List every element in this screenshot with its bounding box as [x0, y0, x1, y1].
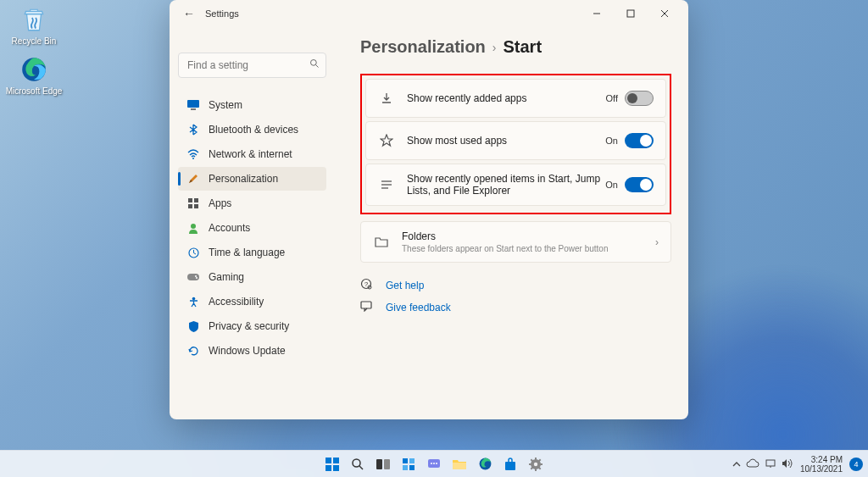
svg-rect-10: [188, 198, 192, 202]
svg-rect-2: [627, 10, 634, 17]
breadcrumb-current: Start: [503, 37, 542, 57]
svg-point-5: [311, 60, 317, 66]
svg-line-34: [359, 466, 363, 469]
svg-rect-38: [409, 458, 415, 463]
start-button[interactable]: [321, 453, 343, 475]
svg-point-49: [534, 462, 537, 465]
maximize-button[interactable]: [614, 2, 648, 25]
person-icon: [186, 221, 200, 235]
settings-window: ← Settings System Bluetooth & devices Ne…: [170, 0, 688, 419]
svg-rect-8: [191, 108, 196, 110]
desktop-icon-edge[interactable]: Microsoft Edge: [4, 54, 64, 96]
clock-date: 10/13/2021: [800, 464, 843, 474]
close-button[interactable]: [648, 2, 682, 25]
shield-icon: [186, 319, 200, 333]
titlebar: ← Settings: [170, 0, 688, 27]
annotation-highlight: Show recently added apps Off Show most u…: [360, 74, 671, 214]
wifi-icon: [186, 147, 200, 161]
breadcrumb-parent[interactable]: Personalization: [360, 37, 486, 57]
sidebar-item-bluetooth[interactable]: Bluetooth & devices: [178, 118, 326, 141]
setting-row-folders[interactable]: Folders These folders appear on Start ne…: [360, 221, 671, 263]
give-feedback-link[interactable]: Give feedback: [360, 301, 671, 314]
svg-line-6: [316, 65, 319, 68]
svg-line-17: [193, 252, 196, 254]
sidebar-item-label: Windows Update: [209, 345, 286, 357]
toggle-recently-opened[interactable]: [625, 177, 654, 192]
sidebar-item-privacy[interactable]: Privacy & security: [178, 314, 326, 338]
search-input[interactable]: [178, 53, 326, 78]
get-help-link[interactable]: ? Get help: [360, 278, 671, 292]
taskbar-store[interactable]: [499, 453, 521, 475]
clock-globe-icon: [186, 246, 200, 259]
svg-rect-29: [326, 458, 331, 463]
desktop-icon-label: Microsoft Edge: [4, 86, 64, 96]
taskbar-search[interactable]: [347, 453, 369, 475]
taskbar-explorer[interactable]: [448, 453, 470, 475]
sidebar-item-apps[interactable]: Apps: [178, 191, 326, 215]
svg-rect-28: [361, 302, 371, 308]
svg-rect-12: [188, 204, 192, 208]
svg-rect-31: [326, 465, 331, 471]
sidebar-item-time[interactable]: Time & language: [178, 241, 326, 264]
svg-point-43: [433, 463, 435, 464]
svg-point-14: [191, 224, 196, 229]
svg-point-20: [196, 277, 198, 279]
star-icon: [378, 134, 395, 147]
svg-rect-13: [194, 204, 198, 208]
main-content: Personalization › Start Show recently ad…: [335, 27, 688, 419]
sidebar-item-network[interactable]: Network & internet: [178, 142, 326, 166]
notification-badge[interactable]: 4: [849, 458, 863, 471]
tray-volume-icon[interactable]: [782, 458, 793, 470]
list-icon: [378, 178, 395, 191]
tray-onedrive-icon[interactable]: [746, 458, 760, 469]
svg-rect-45: [453, 463, 466, 469]
breadcrumb: Personalization › Start: [360, 37, 671, 57]
chevron-right-icon: ›: [492, 41, 497, 54]
recycle-bin-icon: [19, 4, 49, 35]
svg-rect-7: [187, 100, 199, 108]
svg-point-44: [436, 463, 437, 464]
setting-label: Show most used apps: [407, 135, 605, 147]
sidebar-item-accounts[interactable]: Accounts: [178, 216, 326, 240]
sidebar-item-label: Gaming: [209, 271, 244, 283]
taskbar-clock[interactable]: 3:24 PM 10/13/2021: [800, 455, 843, 474]
link-label: Give feedback: [386, 302, 451, 313]
sidebar-item-update[interactable]: Windows Update: [178, 339, 326, 363]
link-label: Get help: [386, 280, 424, 291]
bluetooth-icon: [186, 123, 200, 136]
taskbar-widgets[interactable]: [398, 453, 420, 475]
svg-rect-36: [384, 459, 390, 469]
taskbar-settings[interactable]: [525, 453, 547, 475]
setting-row-most-used[interactable]: Show most used apps On: [365, 121, 666, 160]
sidebar-item-personalization[interactable]: Personalization: [178, 167, 326, 191]
help-icon: ?: [360, 278, 377, 292]
sidebar-item-label: Time & language: [209, 247, 285, 258]
sidebar-item-label: Privacy & security: [209, 320, 289, 332]
setting-row-recently-opened[interactable]: Show recently opened items in Start, Jum…: [365, 164, 666, 206]
taskbar-taskview[interactable]: [372, 453, 394, 475]
desktop-icon-recycle-bin[interactable]: Recycle Bin: [4, 4, 64, 46]
toggle-recently-added[interactable]: [625, 91, 654, 106]
svg-rect-30: [333, 458, 339, 463]
download-icon: [378, 92, 395, 105]
search-icon: [309, 58, 320, 71]
sidebar-item-label: Network & internet: [209, 148, 292, 160]
apps-icon: [186, 197, 200, 210]
back-button[interactable]: ←: [176, 1, 202, 26]
taskbar-edge[interactable]: [474, 453, 496, 475]
taskbar-chat[interactable]: [423, 453, 445, 475]
setting-subtitle: These folders appear on Start next to th…: [402, 244, 648, 253]
sidebar-item-label: Accounts: [209, 222, 250, 234]
sidebar-item-accessibility[interactable]: Accessibility: [178, 290, 326, 313]
window-title: Settings: [205, 8, 239, 19]
toggle-most-used[interactable]: [625, 133, 654, 148]
sidebar-item-system[interactable]: System: [178, 93, 326, 117]
svg-rect-37: [403, 458, 408, 463]
taskbar: 3:24 PM 10/13/2021 4: [0, 450, 868, 477]
tray-overflow[interactable]: [732, 459, 741, 469]
sidebar-item-gaming[interactable]: Gaming: [178, 265, 326, 289]
folder-icon: [373, 236, 390, 248]
tray-network-icon[interactable]: [765, 458, 776, 470]
setting-row-recently-added[interactable]: Show recently added apps Off: [365, 79, 666, 118]
minimize-button[interactable]: [580, 2, 614, 25]
